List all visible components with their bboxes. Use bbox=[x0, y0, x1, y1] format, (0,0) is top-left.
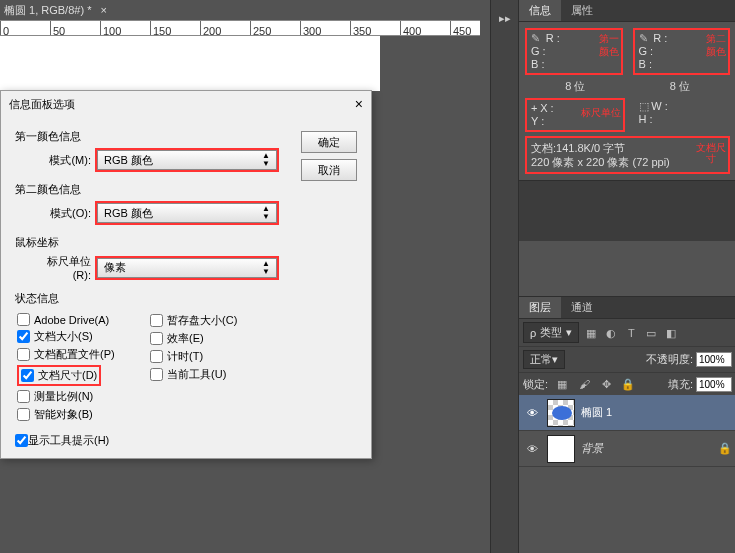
second-color-readout: ✎ R : G : B : 第二 颜色 bbox=[633, 28, 731, 75]
layers-panel: 图层 通道 ρ 类型 ▾ ▦ ◐ T ▭ ◧ 正常 ▾ 不透明度: 锁定: ▦ … bbox=[519, 296, 735, 467]
dropdown-value: RGB 颜色 bbox=[104, 206, 153, 221]
mode-label: 模式(O): bbox=[31, 206, 95, 221]
check-label: 智能对象(B) bbox=[34, 407, 93, 422]
doc-dimensions-readout: 文档:141.8K/0 字节 220 像素 x 220 像素 (72 ppi) … bbox=[525, 136, 730, 174]
lock-pixels-icon[interactable]: 🖌 bbox=[576, 376, 592, 392]
ruler-tick: 150 bbox=[150, 21, 171, 36]
check-label: 效率(E) bbox=[167, 331, 204, 346]
eyedropper-icon: ✎ bbox=[531, 32, 543, 44]
filter-type-icon[interactable]: T bbox=[623, 325, 639, 341]
opacity-label: 不透明度: bbox=[646, 353, 693, 365]
check-doc-size[interactable] bbox=[17, 330, 30, 343]
lock-icon: 🔒 bbox=[718, 442, 732, 455]
lock-transparent-icon[interactable]: ▦ bbox=[554, 376, 570, 392]
check-scale[interactable] bbox=[17, 390, 30, 403]
ruler-tick: 0 bbox=[0, 21, 9, 36]
check-timing[interactable] bbox=[150, 350, 163, 363]
chevron-down-icon: ▾ bbox=[566, 326, 572, 339]
filter-shape-icon[interactable]: ▭ bbox=[643, 325, 659, 341]
dropdown-arrows-icon: ▲▼ bbox=[262, 205, 270, 221]
bit-depth: 8 位 bbox=[565, 79, 585, 94]
check-smart-objects[interactable] bbox=[17, 408, 30, 421]
check-label: 文档尺寸(D) bbox=[38, 368, 97, 383]
second-color-mode-dropdown[interactable]: RGB 颜色 ▲▼ bbox=[97, 203, 277, 223]
lock-all-icon[interactable]: 🔒 bbox=[620, 376, 636, 392]
canvas-document[interactable] bbox=[0, 36, 380, 91]
ruler-unit-dropdown[interactable]: 像素 ▲▼ bbox=[97, 258, 277, 278]
panel-gap bbox=[519, 181, 735, 241]
annotation-first-color: 第一 颜色 bbox=[599, 32, 619, 58]
check-show-tooltips[interactable] bbox=[15, 434, 28, 447]
document-tab-bar: 椭圆 1, RGB/8#) * × bbox=[0, 0, 480, 20]
tab-channels[interactable]: 通道 bbox=[561, 297, 603, 318]
first-color-readout: ✎ R : G : B : 第一 颜色 bbox=[525, 28, 623, 75]
cancel-button[interactable]: 取消 bbox=[301, 159, 357, 181]
close-icon[interactable]: × bbox=[100, 4, 106, 16]
tab-properties[interactable]: 属性 bbox=[561, 0, 603, 21]
annotation-doc-dim: 文档尺 寸 bbox=[696, 142, 726, 164]
eyedropper-icon: ✎ bbox=[639, 32, 651, 44]
layer-thumbnail[interactable] bbox=[547, 435, 575, 463]
opacity-input[interactable] bbox=[696, 352, 732, 367]
layer-filter-kind-dropdown[interactable]: ρ 类型 ▾ bbox=[523, 322, 579, 343]
layer-list: 👁 椭圆 1 👁 背景 🔒 bbox=[519, 395, 735, 467]
filter-adjust-icon[interactable]: ◐ bbox=[603, 325, 619, 341]
info-panel: ✎ R : G : B : 第一 颜色 ✎ R : G : B : 第二 颜色 … bbox=[519, 22, 735, 181]
check-label: 暂存盘大小(C) bbox=[167, 313, 237, 328]
check-scratch[interactable] bbox=[150, 314, 163, 327]
dropdown-value: 正常 bbox=[530, 352, 552, 367]
dropdown-arrows-icon: ▲▼ bbox=[262, 152, 270, 168]
bit-depth: 8 位 bbox=[670, 79, 690, 94]
filter-smart-icon[interactable]: ◧ bbox=[663, 325, 679, 341]
annotation-ruler-unit: 标尺单位 bbox=[581, 106, 621, 119]
lock-label: 锁定: bbox=[523, 377, 548, 392]
collapse-icon[interactable]: ▸▸ bbox=[495, 8, 515, 28]
dialog-titlebar[interactable]: 信息面板选项 × bbox=[1, 91, 371, 117]
check-label: 文档大小(S) bbox=[34, 329, 93, 344]
blend-mode-dropdown[interactable]: 正常 ▾ bbox=[523, 350, 565, 369]
mode-label: 模式(M): bbox=[31, 153, 95, 168]
layer-name[interactable]: 背景 bbox=[581, 441, 718, 456]
lock-position-icon[interactable]: ✥ bbox=[598, 376, 614, 392]
group-second-color: 第二颜色信息 bbox=[15, 182, 361, 197]
dropdown-value: 类型 bbox=[540, 325, 562, 340]
visibility-icon[interactable]: 👁 bbox=[523, 407, 541, 419]
layer-item[interactable]: 👁 椭圆 1 bbox=[519, 395, 735, 431]
info-panel-options-dialog: 信息面板选项 × 确定 取消 第一颜色信息 模式(M): RGB 颜色 ▲▼ 第… bbox=[0, 90, 372, 459]
dropdown-arrows-icon: ▲▼ bbox=[262, 260, 270, 276]
dropdown-value: RGB 颜色 bbox=[104, 153, 153, 168]
document-tab-title[interactable]: 椭圆 1, RGB/8#) * bbox=[4, 4, 91, 16]
close-icon[interactable]: × bbox=[355, 96, 363, 112]
dropdown-value: 像素 bbox=[104, 260, 126, 275]
layer-item[interactable]: 👁 背景 🔒 bbox=[519, 431, 735, 467]
visibility-icon[interactable]: 👁 bbox=[523, 443, 541, 455]
group-status-info: 状态信息 bbox=[15, 291, 361, 306]
fill-input[interactable] bbox=[696, 377, 732, 392]
filter-pixel-icon[interactable]: ▦ bbox=[583, 325, 599, 341]
check-doc-dimensions[interactable] bbox=[21, 369, 34, 382]
group-mouse-coords: 鼠标坐标 bbox=[15, 235, 361, 250]
ruler-tick: 350 bbox=[350, 21, 371, 36]
dimensions-icon: ⬚ bbox=[639, 100, 649, 112]
check-efficiency[interactable] bbox=[150, 332, 163, 345]
check-label: 测量比例(N) bbox=[34, 389, 93, 404]
annotation-second-color: 第二 颜色 bbox=[706, 32, 726, 58]
tab-layers[interactable]: 图层 bbox=[519, 297, 561, 318]
layer-name[interactable]: 椭圆 1 bbox=[581, 405, 732, 420]
ok-button[interactable]: 确定 bbox=[301, 131, 357, 153]
check-doc-profile[interactable] bbox=[17, 348, 30, 361]
tab-info[interactable]: 信息 bbox=[519, 0, 561, 21]
ruler-tick: 250 bbox=[250, 21, 271, 36]
first-color-mode-dropdown[interactable]: RGB 颜色 ▲▼ bbox=[97, 150, 277, 170]
check-label: Adobe Drive(A) bbox=[34, 314, 109, 326]
check-adobe-drive[interactable] bbox=[17, 313, 30, 326]
right-panel-column: ▸▸ 信息 属性 ✎ R : G : B : 第一 颜色 ✎ R : G : B… bbox=[490, 0, 735, 553]
layer-thumbnail[interactable] bbox=[547, 399, 575, 427]
check-label: 显示工具提示(H) bbox=[28, 433, 109, 448]
ruler-tick: 300 bbox=[300, 21, 321, 36]
ruler-tick: 200 bbox=[200, 21, 221, 36]
ruler-unit-label: 标尺单位(R): bbox=[31, 254, 95, 281]
chevron-down-icon: ▾ bbox=[552, 353, 558, 366]
ruler-tick: 100 bbox=[100, 21, 121, 36]
check-current-tool[interactable] bbox=[150, 368, 163, 381]
